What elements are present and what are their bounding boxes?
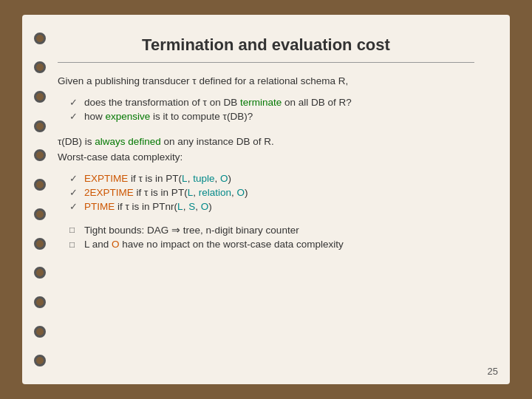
tau-section: τ(DB) is always defined on any instance … <box>58 134 474 166</box>
label-ptime: PTIME <box>84 201 115 212</box>
pt-o2: O <box>236 187 245 198</box>
ptnr-o: O <box>201 201 209 212</box>
ptime-suffix: if τ is in PTnr( <box>115 201 177 212</box>
pt-l1: L <box>182 173 188 184</box>
bullet-terminate: does the transformation of τ on DB termi… <box>69 97 474 108</box>
intro-bullets: does the transformation of τ on DB termi… <box>58 97 474 125</box>
pt-tuple: tuple <box>193 173 214 184</box>
bullet-expensive: how expensive is it to compute τ(DB)? <box>69 111 474 122</box>
spiral-ring <box>34 91 46 103</box>
spiral-binding <box>33 15 47 384</box>
spiral-ring <box>34 296 46 308</box>
pt-comma1: , <box>188 173 194 184</box>
l-letter: L <box>84 239 89 250</box>
ptnr-l: L <box>177 201 183 212</box>
tight-bounds-list: Tight bounds: DAG ⇒ tree, n-digit binary… <box>58 224 474 253</box>
intro-paragraph: Given a publishing transducer τ defined … <box>58 73 474 89</box>
tau-line1: τ(DB) is always defined on any instance … <box>58 134 474 150</box>
spiral-ring <box>34 149 46 161</box>
pt-l2: L <box>188 187 194 198</box>
pt-close1: ) <box>228 173 231 184</box>
pt-relation: relation <box>199 187 231 198</box>
ptnr-s: S <box>188 201 195 212</box>
keyword-expensive: expensive <box>106 111 151 122</box>
spiral-ring <box>34 179 46 191</box>
page-number: 25 <box>488 366 498 377</box>
intro-text: Given a publishing transducer τ defined … <box>58 75 348 86</box>
spiral-ring <box>34 61 46 73</box>
complexity-exptime: EXPTIME if τ is in PT(L, tuple, O) <box>69 173 474 184</box>
spiral-ring <box>34 355 46 366</box>
pt-comma2: , <box>214 173 220 184</box>
slide-title: Termination and evaluation cost <box>58 35 474 55</box>
2exptime-suffix: if τ is in PT( <box>134 187 188 198</box>
keyword-always-defined: always defined <box>95 136 160 147</box>
spiral-ring <box>34 326 46 338</box>
label-exptime: EXPTIME <box>84 173 128 184</box>
spiral-ring <box>34 33 46 44</box>
spiral-ring <box>34 208 46 220</box>
label-2exptime: 2EXPTIME <box>84 187 134 198</box>
pt-o1: O <box>220 173 228 184</box>
complexity-ptime: PTIME if τ is in PTnr(L, S, O) <box>69 201 474 212</box>
ptnr-comma1: , <box>183 201 189 212</box>
o-letter: O <box>112 239 120 250</box>
and-text: and <box>92 239 109 250</box>
complexity-2exptime: 2EXPTIME if τ is in PT(L, relation, O) <box>69 187 474 198</box>
title-divider <box>58 62 474 63</box>
pt-close2: ) <box>245 187 248 198</box>
ptnr-comma2: , <box>195 201 201 212</box>
tight-bound-1: Tight bounds: DAG ⇒ tree, n-digit binary… <box>69 224 474 236</box>
exptime-suffix: if τ is in PT( <box>128 173 182 184</box>
tight-bound-2: L and O have no impact on the worst-case… <box>69 239 474 250</box>
keyword-terminate: terminate <box>240 97 282 108</box>
tau-line2: Worst-case data complexity: <box>58 149 474 166</box>
ptnr-close: ) <box>208 201 212 212</box>
pt-comma3: , <box>193 187 199 198</box>
spiral-ring <box>34 267 46 279</box>
spiral-ring <box>34 238 46 250</box>
slide: Termination and evaluation cost Given a … <box>22 15 510 384</box>
spiral-ring <box>34 120 46 132</box>
complexity-list: EXPTIME if τ is in PT(L, tuple, O) 2EXPT… <box>58 173 474 215</box>
